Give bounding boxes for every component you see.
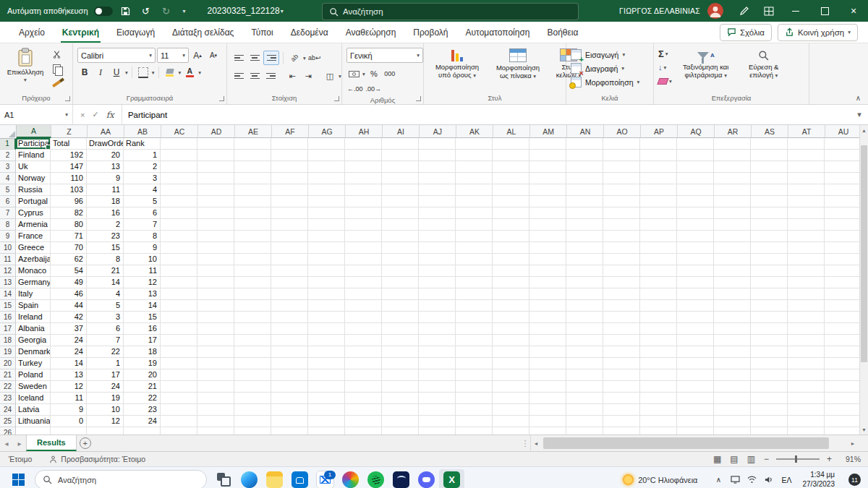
cell-AJ26[interactable] xyxy=(419,427,456,435)
cell-AM5[interactable] xyxy=(529,184,566,196)
confirm-entry-icon[interactable]: ✓ xyxy=(92,110,98,119)
volume-tray-icon[interactable] xyxy=(763,475,773,485)
orientation-chevron[interactable]: ▾ xyxy=(303,55,306,61)
cell-AB13[interactable]: 12 xyxy=(124,277,161,288)
cell-AN5[interactable] xyxy=(566,184,603,196)
cell-AA20[interactable]: 1 xyxy=(87,358,124,369)
cell-AG24[interactable] xyxy=(308,404,345,416)
cell-AB4[interactable]: 3 xyxy=(124,173,161,184)
cell-AL8[interactable] xyxy=(493,219,529,231)
cell-AC16[interactable] xyxy=(161,312,197,323)
cell-AP23[interactable] xyxy=(640,393,677,404)
cell-AH3[interactable] xyxy=(345,161,382,173)
cell-AG1[interactable] xyxy=(308,138,345,150)
save-icon[interactable] xyxy=(119,4,133,18)
cell-AE20[interactable] xyxy=(234,358,271,369)
column-header-AP[interactable]: AP xyxy=(641,125,678,138)
cell-AN1[interactable] xyxy=(566,138,603,150)
decrease-decimal-button[interactable]: .00→ xyxy=(365,82,383,95)
cell-AG18[interactable] xyxy=(308,335,345,346)
cell-AT24[interactable] xyxy=(788,404,825,416)
cell-AG19[interactable] xyxy=(308,346,345,358)
cell-AH17[interactable] xyxy=(345,323,382,335)
cell-AQ8[interactable] xyxy=(677,219,714,231)
cell-AJ3[interactable] xyxy=(419,161,456,173)
cell-AS16[interactable] xyxy=(751,312,788,323)
cell-AJ16[interactable] xyxy=(419,312,456,323)
fill-button[interactable]: ↓ ▾ xyxy=(658,61,672,73)
cell-AH5[interactable] xyxy=(345,184,382,196)
cell-AL4[interactable] xyxy=(493,173,529,184)
cell-AF26[interactable] xyxy=(271,427,308,435)
cell-AB23[interactable]: 22 xyxy=(124,393,161,404)
cell-AQ26[interactable] xyxy=(677,427,714,435)
cell-A3[interactable]: Uk xyxy=(16,161,51,173)
comma-style-button[interactable]: 000 xyxy=(383,67,397,80)
conditional-formatting-button[interactable]: Μορφοποίηση υπό όρους ▾ xyxy=(428,46,486,93)
cell-AR18[interactable] xyxy=(714,335,751,346)
cell-AU11[interactable] xyxy=(825,254,861,265)
cell-AO1[interactable] xyxy=(603,138,640,150)
cell-AO18[interactable] xyxy=(603,335,640,346)
cell-AJ23[interactable] xyxy=(419,393,456,404)
cell-AK15[interactable] xyxy=(456,300,493,312)
underline-chevron[interactable]: ▾ xyxy=(125,69,128,76)
zoom-out-button[interactable]: − xyxy=(762,454,770,464)
ink-pen-icon[interactable] xyxy=(732,0,757,22)
titlebar-search[interactable]: Αναζήτηση xyxy=(322,3,579,20)
cell-AB14[interactable]: 13 xyxy=(124,288,161,300)
row-header-5[interactable]: 5 xyxy=(0,184,16,196)
cell-AC26[interactable] xyxy=(161,427,197,435)
row-header-12[interactable]: 12 xyxy=(0,265,16,277)
clipboard-dialog-launcher[interactable] xyxy=(65,96,70,101)
cell-AQ3[interactable] xyxy=(677,161,714,173)
cell-AR4[interactable] xyxy=(714,173,751,184)
cell-A17[interactable]: Albania xyxy=(16,323,51,335)
cell-AU4[interactable] xyxy=(825,173,861,184)
cell-AH19[interactable] xyxy=(345,346,382,358)
column-header-AO[interactable]: AO xyxy=(604,125,641,138)
decrease-font-button[interactable]: A▾ xyxy=(206,49,221,62)
cell-AQ10[interactable] xyxy=(677,242,714,254)
cell-AQ17[interactable] xyxy=(677,323,714,335)
cell-AE21[interactable] xyxy=(234,369,271,381)
cell-AI24[interactable] xyxy=(382,404,419,416)
cell-AT19[interactable] xyxy=(788,346,825,358)
cell-AA21[interactable]: 17 xyxy=(87,369,124,381)
cell-AA19[interactable]: 22 xyxy=(87,346,124,358)
user-name[interactable]: ΓΙΩΡΓΟΣ ΔΕΛΑΒΙΝΙΑΣ xyxy=(619,7,700,15)
cell-AC10[interactable] xyxy=(161,242,197,254)
cell-AR24[interactable] xyxy=(714,404,751,416)
cell-A6[interactable]: Portugal xyxy=(16,196,51,207)
cell-AK8[interactable] xyxy=(456,219,493,231)
cell-AD16[interactable] xyxy=(197,312,234,323)
cell-AS6[interactable] xyxy=(751,196,788,207)
row-header-10[interactable]: 10 xyxy=(0,242,16,254)
column-header-AT[interactable]: AT xyxy=(788,125,825,138)
cell-AC13[interactable] xyxy=(161,277,197,288)
font-color-chevron[interactable]: ▾ xyxy=(198,69,201,76)
cell-AB1[interactable]: Rank xyxy=(124,138,161,150)
cell-AS20[interactable] xyxy=(751,358,788,369)
cell-AS7[interactable] xyxy=(751,207,788,219)
avatar[interactable] xyxy=(707,3,723,19)
next-sheet-arrow[interactable]: ▸ xyxy=(13,435,26,451)
cell-AK12[interactable] xyxy=(456,265,493,277)
cell-AI1[interactable] xyxy=(382,138,419,150)
zoom-level[interactable]: 91% xyxy=(839,455,861,463)
cell-AG22[interactable] xyxy=(308,381,345,393)
cell-AB5[interactable]: 4 xyxy=(124,184,161,196)
cell-AL22[interactable] xyxy=(493,381,529,393)
cell-AK9[interactable] xyxy=(456,231,493,242)
cell-AL9[interactable] xyxy=(493,231,529,242)
cell-A15[interactable]: Spain xyxy=(16,300,51,312)
cell-AN14[interactable] xyxy=(566,288,603,300)
cell-AS19[interactable] xyxy=(751,346,788,358)
cell-AK22[interactable] xyxy=(456,381,493,393)
row-header-16[interactable]: 16 xyxy=(0,312,16,323)
cell-Z26[interactable] xyxy=(51,427,87,435)
insert-cells-button[interactable]: Εισαγωγή ▾ xyxy=(571,49,649,60)
cell-AA22[interactable]: 24 xyxy=(87,381,124,393)
cell-AU19[interactable] xyxy=(825,346,861,358)
cell-AB12[interactable]: 11 xyxy=(124,265,161,277)
